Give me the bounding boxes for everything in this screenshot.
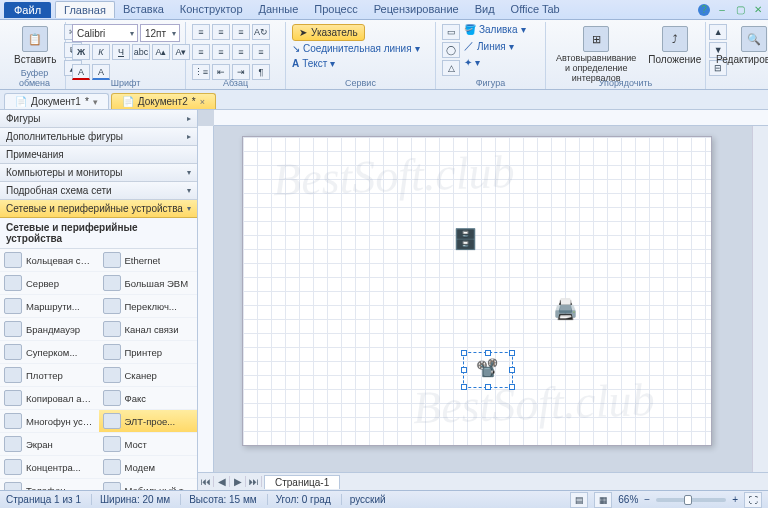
shape-item[interactable]: Большая ЭВМ	[99, 272, 198, 295]
tab-data[interactable]: Данные	[251, 1, 307, 18]
shape-item[interactable]: Суперком...	[0, 341, 99, 364]
group-label-arrange: Упорядочить	[546, 78, 705, 89]
tab-officetab[interactable]: Office Tab	[503, 1, 568, 18]
acc-shapes[interactable]: Фигуры▸	[0, 110, 197, 128]
canvas-object-printer[interactable]: 🖨️	[553, 297, 578, 321]
shape-item[interactable]: Концентра...	[0, 456, 99, 479]
align-top-button[interactable]: ≡	[192, 24, 210, 40]
tab-home[interactable]: Главная	[55, 1, 115, 18]
fill-button[interactable]: 🪣Заливка▾	[464, 24, 526, 35]
auto-align-button[interactable]: ⊞ Автовыравнивание и определение интерва…	[552, 24, 640, 86]
close-icon[interactable]: ×	[200, 97, 205, 107]
doctab-2[interactable]: 📄 Документ2* ×	[111, 93, 216, 109]
justify-button[interactable]: ≡	[252, 44, 270, 60]
view-full-icon[interactable]: ▦	[594, 492, 612, 508]
zoom-level[interactable]: 66%	[618, 494, 638, 505]
shape-icon	[103, 321, 121, 337]
tab-process[interactable]: Процесс	[306, 1, 365, 18]
align-right-button[interactable]: ≡	[232, 44, 250, 60]
acc-more-shapes[interactable]: Дополнительные фигуры▸	[0, 128, 197, 146]
font-size-combo[interactable]: 12пт	[140, 24, 180, 42]
shape-item[interactable]: Телефон	[0, 479, 99, 490]
shape-item[interactable]: Сервер	[0, 272, 99, 295]
acc-network-detail[interactable]: Подробная схема сети▾	[0, 182, 197, 200]
shape-gallery-1[interactable]: ▭	[442, 24, 460, 40]
acc-computers[interactable]: Компьютеры и мониторы▾	[0, 164, 197, 182]
shape-item[interactable]: Маршрути...	[0, 295, 99, 318]
shapes-panel: Фигуры▸ Дополнительные фигуры▸ Примечани…	[0, 110, 198, 490]
tab-design[interactable]: Конструктор	[172, 1, 251, 18]
help-icon[interactable]: ?	[698, 4, 710, 16]
page-last-button[interactable]: ⏭	[246, 476, 262, 487]
grow-font-button[interactable]: A▴	[152, 44, 170, 60]
shape-item[interactable]: Многофун устройство	[0, 410, 99, 433]
file-menu[interactable]: Файл	[4, 2, 51, 18]
shape-label: Маршрути...	[26, 301, 80, 312]
shape-item[interactable]: Плоттер	[0, 364, 99, 387]
shape-item[interactable]: Принтер	[99, 341, 198, 364]
page-next-button[interactable]: ▶	[230, 476, 246, 487]
shape-item[interactable]: Мобильный телефон	[99, 479, 198, 490]
line-button[interactable]: ／Линия▾	[464, 39, 526, 53]
shape-item[interactable]: Сканер	[99, 364, 198, 387]
shape-item[interactable]: Мост	[99, 433, 198, 456]
page-prev-button[interactable]: ◀	[214, 476, 230, 487]
minimize-icon[interactable]: –	[716, 4, 728, 16]
underline-button[interactable]: Ч	[112, 44, 130, 60]
tab-insert[interactable]: Вставка	[115, 1, 172, 18]
strike-button[interactable]: abc	[132, 44, 150, 60]
shape-item[interactable]: ЭЛТ-прое...	[99, 410, 198, 433]
edit-button[interactable]: 🔍 Редактирование	[712, 24, 768, 67]
canvas-viewport[interactable]: BestSoft.club BestSoft.club 🗄️ 🖨️ 📽️	[214, 126, 768, 472]
position-button[interactable]: ⤴ Положение	[644, 24, 705, 67]
drawing-page[interactable]: BestSoft.club BestSoft.club 🗄️ 🖨️ 📽️	[242, 136, 712, 446]
shape-item[interactable]: Факс	[99, 387, 198, 410]
acc-peripherals[interactable]: Сетевые и периферийные устройства▾	[0, 200, 197, 218]
align-middle-button[interactable]: ≡	[212, 24, 230, 40]
scrollbar-vertical[interactable]	[752, 126, 768, 472]
align-center-button[interactable]: ≡	[212, 44, 230, 60]
tab-review[interactable]: Рецензирование	[366, 1, 467, 18]
shape-label: Канал связи	[125, 324, 179, 335]
page-tab-1[interactable]: Страница-1	[264, 475, 340, 489]
canvas-object-server[interactable]: 🗄️	[453, 227, 478, 251]
shape-item[interactable]: Переключ...	[99, 295, 198, 318]
shape-gallery-2[interactable]: ◯	[442, 42, 460, 58]
maximize-icon[interactable]: ▢	[734, 4, 746, 16]
doctab-1[interactable]: 📄 Документ1* ▾	[4, 93, 109, 109]
align-bottom-button[interactable]: ≡	[232, 24, 250, 40]
italic-button[interactable]: К	[92, 44, 110, 60]
shape-item[interactable]: Модем	[99, 456, 198, 479]
acc-notes[interactable]: Примечания	[0, 146, 197, 164]
view-normal-icon[interactable]: ▤	[570, 492, 588, 508]
status-lang[interactable]: русский	[341, 494, 386, 505]
shape-item[interactable]: Экран	[0, 433, 99, 456]
shape-item[interactable]: Ethernet	[99, 249, 198, 272]
tab-view[interactable]: Вид	[467, 1, 503, 18]
shape-item[interactable]: Кольцевая сеть	[0, 249, 99, 272]
shape-gallery-3[interactable]: △	[442, 60, 460, 76]
shape-item[interactable]: Брандмауэр	[0, 318, 99, 341]
connector-tool[interactable]: ↘ Соединительная линия▾	[292, 43, 420, 54]
close-icon[interactable]: ✕	[752, 4, 764, 16]
shape-item[interactable]: Копировал аппарат	[0, 387, 99, 410]
close-icon[interactable]: ▾	[93, 97, 98, 107]
zoom-out-button[interactable]: −	[644, 494, 650, 505]
shape-icon	[4, 344, 22, 360]
bold-button[interactable]: Ж	[72, 44, 90, 60]
font-name-combo[interactable]: Calibri	[72, 24, 138, 42]
pointer-tool-button[interactable]: ➤ Указатель	[292, 24, 365, 41]
zoom-in-button[interactable]: +	[732, 494, 738, 505]
page-first-button[interactable]: ⏮	[198, 476, 214, 487]
orientation-button[interactable]: A↻	[252, 24, 270, 40]
text-tool[interactable]: A Текст▾	[292, 58, 335, 69]
canvas-object-projector[interactable]: 📽️	[476, 357, 498, 379]
effects-button[interactable]: ✦▾	[464, 57, 526, 68]
align-left-button[interactable]: ≡	[192, 44, 210, 60]
paste-button[interactable]: 📋 Вставить	[10, 24, 60, 67]
fit-page-button[interactable]: ⛶	[744, 492, 762, 508]
shape-item[interactable]: Канал связи	[99, 318, 198, 341]
zoom-slider[interactable]	[656, 498, 726, 502]
selection-box[interactable]: 📽️	[463, 352, 513, 388]
shape-label: Экран	[26, 439, 53, 450]
